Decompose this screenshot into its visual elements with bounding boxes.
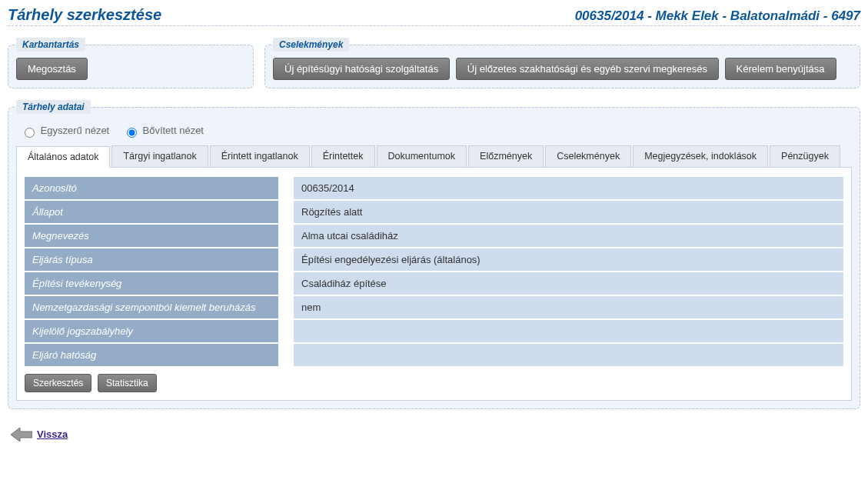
tab-megjegyzesek[interactable]: Megjegyzések, indoklások — [633, 145, 768, 167]
submit-request-button[interactable]: Kérelem benyújtása — [725, 58, 836, 80]
tab-cselekmenyek[interactable]: Cselekmények — [545, 145, 631, 167]
tab-erintettek[interactable]: Érintettek — [311, 145, 375, 167]
tarhely-box: Tárhely adatai Egyszerű nézet Bővített n… — [8, 107, 860, 409]
view-extended-radio[interactable] — [127, 128, 137, 138]
share-button[interactable]: Megosztás — [16, 58, 88, 80]
case-id: 00635/2014 - Mekk Elek - Balatonalmádi -… — [575, 8, 860, 24]
view-extended-label[interactable]: Bővített nézet — [123, 125, 204, 136]
tab-elozmenyek[interactable]: Előzmények — [468, 145, 544, 167]
panel-actions: Szerkesztés Statisztika — [25, 374, 843, 392]
new-inquiry-button[interactable]: Új előzetes szakhatósági és egyéb szervi… — [456, 58, 719, 80]
table-row: Építési tevékenységCsaládiház építése — [25, 272, 843, 295]
field-value: nem — [294, 296, 843, 318]
view-simple-radio[interactable] — [25, 128, 35, 138]
tab-panel-altalanos: Azonosító00635/2014ÁllapotRögzítés alatt… — [16, 168, 852, 401]
back-link[interactable]: Vissza — [37, 428, 68, 440]
field-label: Építési tevékenység — [25, 272, 278, 295]
table-row: Kijelölő jogszabályhely — [25, 320, 843, 342]
tarhely-legend: Tárhely adatai — [16, 100, 91, 114]
field-label: Azonosító — [25, 177, 278, 199]
table-row: Eljáró hatóság — [25, 344, 843, 366]
table-row: MegnevezésAlma utcai családiház — [25, 225, 843, 247]
field-value: Rögzítés alatt — [294, 201, 843, 223]
cselekmenyek-legend: Cselekmények — [273, 38, 349, 52]
view-simple-text: Egyszerű nézet — [41, 125, 110, 136]
karbantartas-box: Karbantartás Megosztás — [8, 45, 254, 88]
tab-dokumentumok[interactable]: Dokumentumok — [377, 145, 467, 167]
tab-erintett_ingatlanok[interactable]: Érintett ingatlanok — [210, 145, 310, 167]
cselekmenyek-box: Cselekmények Új építésügyi hatósági szol… — [264, 45, 860, 88]
details-table: Azonosító00635/2014ÁllapotRögzítés alatt… — [25, 175, 843, 368]
field-value: Alma utcai családiház — [294, 225, 843, 247]
page-title: Tárhely szerkesztése — [8, 6, 161, 24]
view-extended-text: Bővített nézet — [142, 125, 204, 136]
field-label: Eljárás típusa — [25, 248, 278, 271]
field-value: 00635/2014 — [294, 177, 843, 199]
field-value — [294, 344, 843, 366]
table-row: ÁllapotRögzítés alatt — [25, 201, 843, 223]
back-row: Vissza — [8, 420, 860, 457]
tabs: Általános adatokTárgyi ingatlanokÉrintet… — [16, 145, 852, 168]
svg-marker-0 — [11, 428, 32, 442]
field-label: Megnevezés — [25, 225, 278, 247]
table-row: Eljárás típusaÉpítési engedélyezési eljá… — [25, 248, 843, 271]
edit-button[interactable]: Szerkesztés — [25, 374, 91, 392]
tab-altalanos[interactable]: Általános adatok — [16, 146, 110, 168]
back-arrow-icon[interactable] — [11, 428, 32, 442]
field-value: Családiház építése — [294, 272, 843, 295]
view-simple-label[interactable]: Egyszerű nézet — [21, 125, 112, 136]
field-label: Eljáró hatóság — [25, 344, 278, 366]
tab-penzugyek[interactable]: Pénzügyek — [770, 145, 840, 167]
karbantartas-legend: Karbantartás — [16, 38, 85, 52]
view-toggle-row: Egyszerű nézet Bővített nézet — [16, 120, 852, 145]
field-label: Állapot — [25, 201, 278, 223]
field-label: Nemzetgazdasági szempontból kiemelt beru… — [25, 296, 278, 318]
tab-targyi[interactable]: Tárgyi ingatlanok — [111, 145, 208, 167]
field-label: Kijelölő jogszabályhely — [25, 320, 278, 342]
field-value: Építési engedélyezési eljárás (általános… — [294, 248, 843, 271]
new-service-button[interactable]: Új építésügyi hatósági szolgáltatás — [273, 58, 450, 80]
table-row: Azonosító00635/2014 — [25, 177, 843, 199]
stats-button[interactable]: Statisztika — [98, 374, 157, 392]
field-value — [294, 320, 843, 342]
table-row: Nemzetgazdasági szempontból kiemelt beru… — [25, 296, 843, 318]
page-header: Tárhely szerkesztése 00635/2014 - Mekk E… — [8, 0, 860, 26]
